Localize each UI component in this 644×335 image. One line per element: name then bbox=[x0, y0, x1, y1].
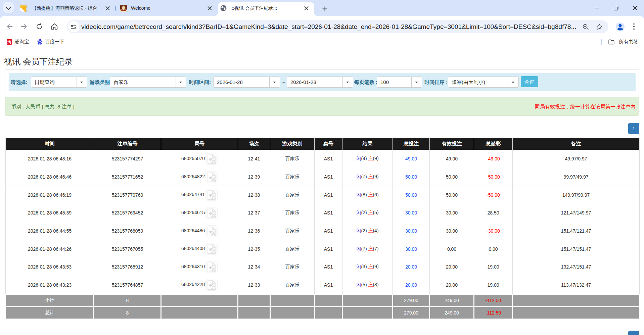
svg-text:淘: 淘 bbox=[7, 40, 11, 44]
svg-text:du: du bbox=[39, 42, 41, 44]
